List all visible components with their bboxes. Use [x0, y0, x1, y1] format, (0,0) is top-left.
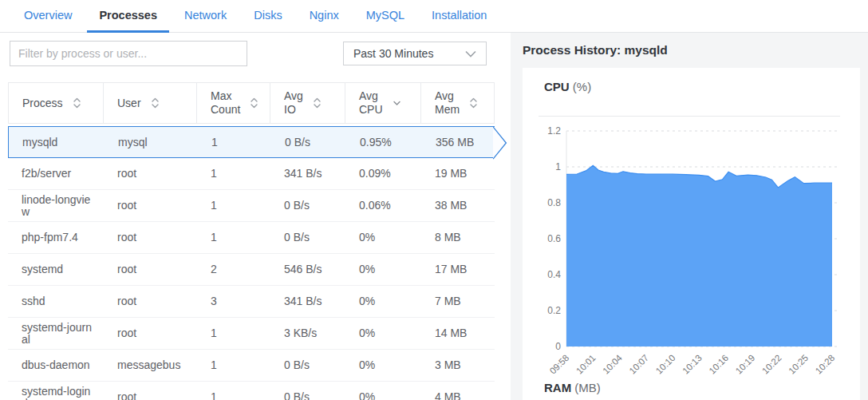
process-table: ProcessUserMax CountAvg IOAvg CPUAvg Mem… [8, 82, 495, 400]
cell-user: root [104, 286, 197, 317]
cell-avg-io: 341 B/s [270, 158, 345, 189]
cell-max-count: 3 [197, 286, 270, 317]
cell-avg-cpu: 0% [345, 286, 421, 317]
table-controls: Past 30 Minutes [0, 33, 511, 82]
cell-avg-cpu: 0.09% [345, 158, 421, 189]
cell-avg-mem: 17 MB [421, 254, 495, 285]
column-header-max-count[interactable]: Max Count [197, 83, 270, 123]
y-axis-tick-label: 0 [555, 341, 561, 352]
column-header-avg-mem[interactable]: Avg Mem [421, 83, 495, 123]
cell-max-count: 1 [197, 318, 270, 349]
cpu-area-series [566, 165, 832, 347]
y-axis-tick-label: 0.4 [547, 269, 561, 280]
cell-avg-io: 546 B/s [270, 254, 345, 285]
table-row[interactable]: sshdroot3341 B/s0%7 MB [8, 286, 495, 318]
timeframe-selected-value: Past 30 Minutes [353, 47, 465, 60]
table-row[interactable]: linode-longviewroot10 B/s0.06%38 MB [8, 190, 495, 222]
main-area: Past 30 Minutes ProcessUserMax CountAvg … [0, 33, 868, 400]
sort-both-icon [250, 97, 258, 109]
cell-user: root [104, 158, 197, 189]
table-row[interactable]: systemd-journalroot13 KB/s0%14 MB [8, 318, 495, 350]
y-axis-tick-label: 1 [555, 161, 561, 172]
cell-avg-mem: 38 MB [421, 190, 495, 221]
column-header-label: Max Count [211, 89, 240, 117]
y-axis-tick-label: 0.6 [547, 233, 561, 244]
cell-avg-mem: 14 MB [421, 318, 495, 349]
cell-user: root [104, 222, 197, 253]
cell-avg-cpu: 0.95% [346, 127, 422, 157]
longview-app: OverviewProcessesNetworkDisksNginxMySQLI… [0, 0, 868, 400]
column-header-user[interactable]: User [104, 83, 197, 123]
cell-avg-mem: 3 MB [421, 350, 495, 381]
chart-title-divider [539, 116, 840, 117]
x-axis-tick-label: 10:13 [681, 353, 704, 376]
table-row[interactable]: dbus-daemonmessagebus10 B/s0%3 MB [8, 350, 495, 382]
tab-nginx[interactable]: Nginx [298, 0, 351, 33]
cell-process: f2b/server [8, 158, 104, 189]
column-header-label: Process [22, 97, 63, 110]
cell-avg-io: 0 B/s [270, 222, 345, 253]
table-header-row: ProcessUserMax CountAvg IOAvg CPUAvg Mem [8, 82, 495, 124]
column-header-process[interactable]: Process [8, 83, 104, 123]
cell-avg-cpu: 0% [345, 318, 421, 349]
y-axis-tick-label: 0.2 [547, 305, 561, 316]
x-axis-tick-label: 10:01 [574, 353, 598, 376]
cell-avg-mem: 7 MB [421, 286, 495, 317]
process-filter-input[interactable] [10, 41, 247, 66]
cell-user: root [104, 318, 197, 349]
cell-avg-io: 341 B/s [270, 286, 345, 317]
cell-avg-io: 0 B/s [270, 382, 345, 400]
cpu-chart-title: CPU (%) [544, 80, 591, 93]
cell-avg-mem: 356 MB [422, 127, 495, 157]
cell-process: dbus-daemon [8, 350, 104, 381]
cell-process: mysqld [9, 127, 105, 157]
tab-disks[interactable]: Disks [242, 0, 294, 33]
cell-user: messagebus [104, 350, 197, 381]
table-row[interactable]: f2b/serverroot1341 B/s0.09%19 MB [8, 158, 495, 190]
x-axis-tick-label: 10:10 [654, 353, 677, 376]
x-axis-tick-label: 09:58 [548, 353, 571, 376]
x-axis-tick-label: 10:22 [760, 353, 783, 376]
sort-both-icon [73, 97, 81, 109]
cell-avg-mem: 8 MB [421, 222, 495, 253]
sort-both-icon [313, 97, 322, 109]
cell-process: systemd [8, 254, 104, 285]
cell-user: root [104, 382, 197, 400]
chevron-down-icon [465, 50, 476, 57]
panel-title: Process History: mysqld [523, 33, 868, 57]
table-body: mysqldmysql10 B/s0.95%356 MBf2b/serverro… [8, 126, 495, 400]
cell-user: root [104, 190, 197, 221]
table-row-selected[interactable]: mysqldmysql10 B/s0.95%356 MB [8, 126, 495, 158]
table-row[interactable]: systemdroot2546 B/s0%17 MB [8, 254, 495, 286]
x-axis-tick-label: 10:07 [627, 353, 650, 376]
selected-row-arrow [493, 126, 507, 160]
tab-mysql[interactable]: MySQL [354, 0, 416, 33]
sort-descending-icon [393, 97, 401, 109]
tab-overview[interactable]: Overview [12, 0, 84, 33]
cell-process: systemd-logind [8, 382, 104, 400]
process-history-panel: Process History: mysqld CPU (%) 1.210.80… [511, 33, 868, 400]
x-axis-tick-label: 10:25 [787, 353, 810, 376]
column-header-avg-io[interactable]: Avg IO [270, 83, 345, 123]
cell-avg-io: 0 B/s [271, 127, 346, 157]
tab-network[interactable]: Network [172, 0, 239, 33]
sort-both-icon [469, 97, 478, 109]
column-header-avg-cpu[interactable]: Avg CPU [345, 83, 421, 123]
cell-max-count: 1 [198, 127, 271, 157]
cell-user: mysql [105, 127, 198, 157]
cell-avg-cpu: 0% [345, 350, 421, 381]
sort-both-icon [151, 97, 160, 109]
timeframe-select[interactable]: Past 30 Minutes [343, 42, 487, 65]
cell-process: systemd-journal [8, 318, 104, 349]
cell-process: php-fpm7.4 [8, 222, 104, 253]
column-header-label: Avg IO [284, 89, 303, 117]
tab-installation[interactable]: Installation [420, 0, 499, 33]
table-row[interactable]: php-fpm7.4root10 B/s0%8 MB [8, 222, 495, 254]
cell-avg-io: 0 B/s [270, 190, 345, 221]
ram-chart-title: RAM (MB) [544, 381, 601, 394]
tab-processes[interactable]: Processes [87, 0, 169, 33]
y-axis-tick-label: 1.2 [547, 125, 561, 137]
processes-panel: Past 30 Minutes ProcessUserMax CountAvg … [0, 33, 511, 400]
table-row[interactable]: systemd-logindroot10 B/s0%4 MB [8, 382, 495, 400]
cell-avg-io: 0 B/s [270, 350, 345, 381]
